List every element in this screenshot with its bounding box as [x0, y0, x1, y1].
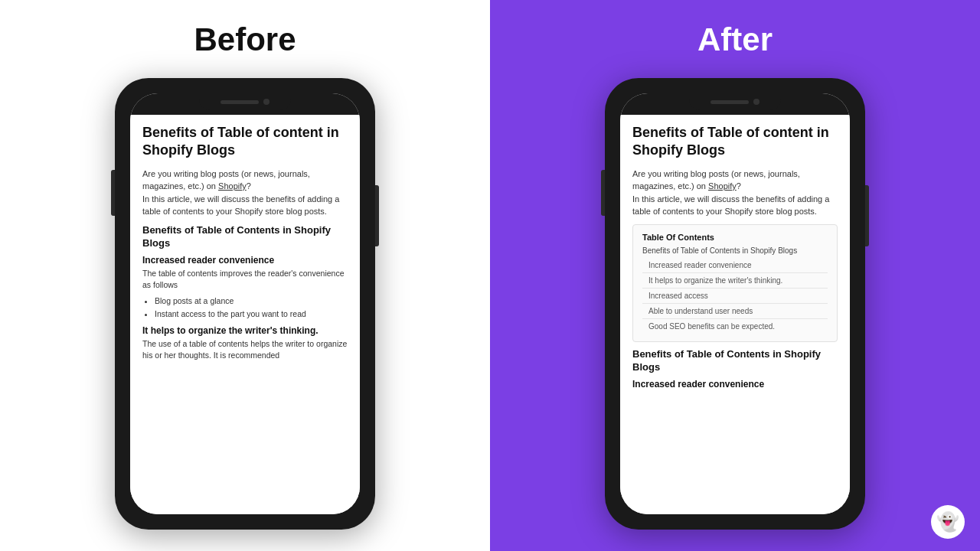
before-body-2: The use of a table of contents helps the… — [142, 338, 348, 363]
after-intro-1-end: ? — [737, 181, 741, 191]
before-intro: Are you writing blog posts (or news, jou… — [142, 168, 348, 218]
before-title: Before — [194, 21, 296, 58]
after-intro-2: In this article, we will discuss the ben… — [632, 194, 829, 217]
after-phone-content: Benefits of Table of content in Shopify … — [620, 115, 850, 514]
toc-item-1[interactable]: It helps to organize the writer's thinki… — [642, 273, 828, 289]
after-title: After — [697, 21, 773, 58]
before-section-heading: Benefits of Table of Contents in Shopify… — [142, 224, 348, 250]
after-panel: After Benefits of Table of content in Sh… — [490, 0, 980, 551]
after-notch — [689, 93, 781, 110]
toc-item-0[interactable]: Increased reader convenience — [642, 258, 828, 273]
toc-title: Table Of Contents — [642, 233, 828, 242]
ghost-icon: 👻 — [931, 505, 965, 539]
after-sub-heading: Increased reader convenience — [632, 379, 838, 390]
before-bullet-2: Instant access to the part you want to r… — [155, 308, 348, 321]
toc-item-2[interactable]: Increased access — [642, 289, 828, 304]
before-notch — [199, 93, 291, 110]
toc-main-link[interactable]: Benefits of Table of Contents in Shopify… — [642, 246, 828, 255]
after-notch-pill — [710, 100, 749, 104]
after-phone: Benefits of Table of content in Shopify … — [605, 78, 865, 530]
before-phone: Benefits of Table of content in Shopify … — [115, 78, 375, 530]
before-notch-pill — [220, 100, 259, 104]
after-blog-title: Benefits of Table of content in Shopify … — [632, 124, 838, 160]
before-phone-content: Benefits of Table of content in Shopify … — [130, 115, 360, 514]
before-body-1: The table of contents improves the reade… — [142, 268, 348, 292]
after-shopify-link[interactable]: Shopify — [708, 181, 737, 191]
before-notch-dot — [263, 99, 270, 105]
before-notch-bar — [130, 93, 360, 115]
after-phone-inner: Benefits of Table of content in Shopify … — [620, 93, 850, 514]
ghost-emoji: 👻 — [936, 511, 959, 533]
before-bullet-1: Blog posts at a glance — [155, 295, 348, 308]
toc-item-4[interactable]: Good SEO benefits can be expected. — [642, 319, 828, 334]
toc-item-3[interactable]: Able to understand user needs — [642, 304, 828, 319]
before-sub-heading-1: Increased reader convenience — [142, 255, 348, 266]
before-intro-1-end: ? — [247, 181, 251, 191]
before-phone-inner: Benefits of Table of content in Shopify … — [130, 93, 360, 514]
before-intro-2: In this article, we will discuss the ben… — [142, 194, 339, 217]
after-notch-dot — [753, 99, 760, 105]
before-bullet-list: Blog posts at a glance Instant access to… — [155, 295, 348, 321]
toc-box: Table Of Contents Benefits of Table of C… — [632, 224, 838, 342]
before-blog-title: Benefits of Table of content in Shopify … — [142, 124, 348, 160]
after-section-heading: Benefits of Table of Contents in Shopify… — [632, 348, 838, 374]
before-panel: Before Benefits of Table of content in S… — [0, 0, 490, 551]
before-shopify-link[interactable]: Shopify — [218, 181, 247, 191]
before-sub-heading-2: It helps to organize the writer's thinki… — [142, 325, 348, 336]
after-intro: Are you writing blog posts (or news, jou… — [632, 168, 838, 218]
after-notch-bar — [620, 93, 850, 115]
